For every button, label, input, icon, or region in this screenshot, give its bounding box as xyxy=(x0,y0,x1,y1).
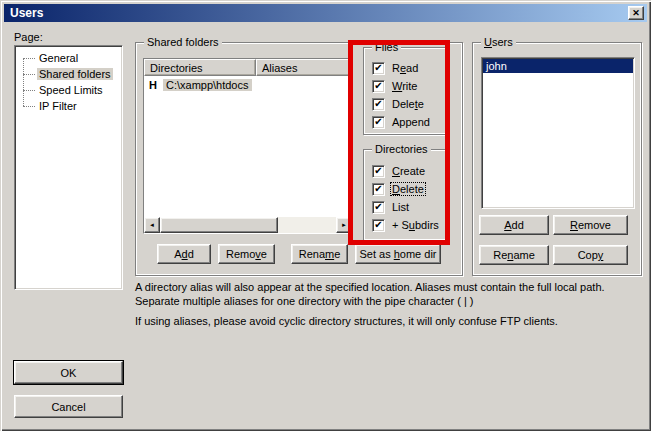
check-icon: ✔ xyxy=(374,184,382,194)
scroll-left-icon: ◄ xyxy=(149,222,155,228)
list-checkbox[interactable]: ✔ xyxy=(372,201,385,214)
files-permissions-group: Files ✔ Read ✔ Write ✔ Delete ✔ Append xyxy=(363,47,447,135)
write-checkbox[interactable]: ✔ xyxy=(372,80,385,93)
write-label[interactable]: Write xyxy=(391,80,418,92)
list-label[interactable]: List xyxy=(391,201,410,213)
folder-rename-label: Rename xyxy=(299,248,341,260)
user-name: john xyxy=(486,60,507,72)
check-icon: ✔ xyxy=(374,99,382,109)
scrollbar-track[interactable] xyxy=(278,217,336,233)
user-rename-button[interactable]: Rename xyxy=(479,245,549,265)
scrollbar-thumb[interactable] xyxy=(160,217,278,233)
subdirs-checkbox[interactable]: ✔ xyxy=(372,219,385,232)
folder-remove-button[interactable]: Remove xyxy=(218,244,275,264)
page-item-shared-folders[interactable]: Shared folders xyxy=(15,66,122,82)
user-copy-button[interactable]: Copy xyxy=(553,245,628,265)
directories-group-label: Directories xyxy=(372,143,431,155)
dir-delete-label[interactable]: Delete xyxy=(391,183,425,195)
cyclic-help-text: If using aliases, please avoid cyclic di… xyxy=(135,314,651,328)
home-directory-flag: H xyxy=(149,79,157,91)
subdirs-label[interactable]: + Subdirs xyxy=(391,219,440,231)
folder-rename-button[interactable]: Rename xyxy=(291,244,348,264)
set-as-home-dir-button[interactable]: Set as home dir xyxy=(355,244,441,264)
append-checkbox[interactable]: ✔ xyxy=(372,116,385,129)
check-icon: ✔ xyxy=(374,117,382,127)
folder-add-label: Add xyxy=(174,248,194,260)
scroll-right-button[interactable]: ► xyxy=(336,217,352,233)
write-checkbox-row[interactable]: ✔ Write xyxy=(372,79,418,93)
files-group-label: Files xyxy=(372,41,401,53)
shared-folders-group-label: Shared folders xyxy=(144,36,222,48)
page-item-label[interactable]: Shared folders xyxy=(37,68,113,80)
scroll-left-button[interactable]: ◄ xyxy=(144,217,160,233)
check-icon: ✔ xyxy=(374,220,382,230)
file-delete-checkbox-row[interactable]: ✔ Delete xyxy=(372,97,425,111)
check-icon: ✔ xyxy=(374,63,382,73)
read-checkbox-row[interactable]: ✔ Read xyxy=(372,61,419,75)
user-row-john[interactable]: john xyxy=(483,59,633,73)
tree-twig xyxy=(23,58,35,59)
page-item-general[interactable]: General xyxy=(15,50,122,66)
check-icon: ✔ xyxy=(374,166,382,176)
page-list[interactable]: General Shared folders Speed Limits IP F… xyxy=(14,45,123,290)
page-item-speed-limits[interactable]: Speed Limits xyxy=(15,82,122,98)
users-group-label: Users xyxy=(481,36,516,48)
user-remove-button[interactable]: Remove xyxy=(553,215,628,235)
set-as-home-dir-label: Set as home dir xyxy=(359,248,436,260)
check-icon: ✔ xyxy=(374,202,382,212)
user-add-button[interactable]: Add xyxy=(479,215,549,235)
dir-delete-checkbox-row[interactable]: ✔ Delete xyxy=(372,182,425,196)
file-delete-checkbox[interactable]: ✔ xyxy=(372,98,385,111)
folder-add-button[interactable]: Add xyxy=(157,244,211,264)
create-checkbox-row[interactable]: ✔ Create xyxy=(372,164,426,178)
tree-twig xyxy=(23,90,35,91)
user-rename-label: Rename xyxy=(493,249,535,261)
scroll-right-icon: ► xyxy=(341,222,347,228)
subdirs-checkbox-row[interactable]: ✔ + Subdirs xyxy=(372,218,440,232)
append-checkbox-row[interactable]: ✔ Append xyxy=(372,115,431,129)
cancel-button[interactable]: Cancel xyxy=(14,395,123,418)
ok-label: OK xyxy=(61,367,77,379)
close-button[interactable]: ✕ xyxy=(628,6,644,20)
directories-column-header[interactable]: Directories xyxy=(144,59,256,76)
tree-twig xyxy=(23,74,35,75)
tree-twig xyxy=(23,106,35,107)
user-copy-label: Copy xyxy=(578,249,604,261)
directories-permissions-group: Directories ✔ Create ✔ Delete ✔ List ✔ +… xyxy=(363,149,447,241)
list-body[interactable]: H C:\xampp\htdocs xyxy=(144,76,352,217)
page-item-label[interactable]: IP Filter xyxy=(37,100,79,112)
folder-remove-label: Remove xyxy=(226,248,267,260)
dir-delete-checkbox[interactable]: ✔ xyxy=(372,183,385,196)
create-label[interactable]: Create xyxy=(391,165,426,177)
page-item-label[interactable]: General xyxy=(37,52,80,64)
directory-row[interactable]: H C:\xampp\htdocs xyxy=(144,77,352,92)
ok-button[interactable]: OK xyxy=(14,361,123,384)
directory-path[interactable]: C:\xampp\htdocs xyxy=(163,79,252,91)
read-label[interactable]: Read xyxy=(391,62,419,74)
list-header-row: Directories Aliases xyxy=(144,59,352,76)
horizontal-scrollbar[interactable]: ◄ ► xyxy=(144,217,352,233)
window-title: Users xyxy=(10,6,43,20)
page-item-ip-filter[interactable]: IP Filter xyxy=(15,98,122,114)
page-label: Page: xyxy=(14,31,43,43)
shared-folders-list[interactable]: Directories Aliases H C:\xampp\htdocs ◄ … xyxy=(143,58,353,234)
user-remove-label: Remove xyxy=(570,219,611,231)
title-bar: Users ✕ xyxy=(4,4,647,22)
close-icon: ✕ xyxy=(632,9,640,18)
list-checkbox-row[interactable]: ✔ List xyxy=(372,200,410,214)
append-label[interactable]: Append xyxy=(391,116,431,128)
page-item-label[interactable]: Speed Limits xyxy=(37,84,105,96)
users-dialog: Users ✕ Page: General Shared folders Spe… xyxy=(0,0,651,431)
create-checkbox[interactable]: ✔ xyxy=(372,165,385,178)
read-checkbox[interactable]: ✔ xyxy=(372,62,385,75)
user-add-label: Add xyxy=(504,219,524,231)
users-list[interactable]: john xyxy=(481,57,635,209)
cancel-label: Cancel xyxy=(51,401,85,413)
file-delete-label[interactable]: Delete xyxy=(391,98,425,110)
check-icon: ✔ xyxy=(374,81,382,91)
aliases-column-header[interactable]: Aliases xyxy=(256,59,352,76)
alias-help-text: A directory alias will also appear at th… xyxy=(135,280,651,308)
users-group: Users john xyxy=(472,42,642,276)
